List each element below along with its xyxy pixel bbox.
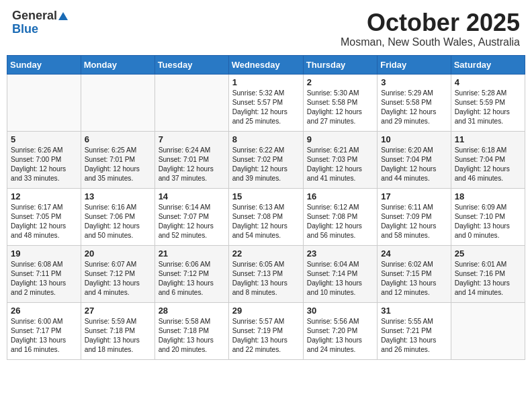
day-number: 19 bbox=[11, 248, 77, 259]
calendar-cell: 26Sunrise: 6:00 AM Sunset: 7:17 PM Dayli… bbox=[7, 302, 81, 359]
calendar-cell: 5Sunrise: 6:26 AM Sunset: 7:00 PM Daylig… bbox=[7, 131, 81, 188]
day-number: 15 bbox=[232, 191, 300, 201]
calendar-cell: 28Sunrise: 5:58 AM Sunset: 7:18 PM Dayli… bbox=[154, 302, 228, 359]
day-number: 22 bbox=[232, 248, 300, 259]
day-info: Sunrise: 6:02 AM Sunset: 7:15 PM Dayligh… bbox=[381, 260, 447, 298]
calendar-cell: 16Sunrise: 6:12 AM Sunset: 7:08 PM Dayli… bbox=[303, 188, 377, 245]
day-number: 21 bbox=[159, 248, 225, 259]
day-info: Sunrise: 6:04 AM Sunset: 7:14 PM Dayligh… bbox=[307, 260, 373, 298]
day-info: Sunrise: 6:24 AM Sunset: 7:01 PM Dayligh… bbox=[159, 146, 225, 184]
calendar-header-tuesday: Tuesday bbox=[154, 55, 228, 74]
calendar-header-thursday: Thursday bbox=[303, 55, 377, 74]
calendar-cell: 24Sunrise: 6:02 AM Sunset: 7:15 PM Dayli… bbox=[378, 245, 451, 302]
day-info: Sunrise: 6:26 AM Sunset: 7:00 PM Dayligh… bbox=[11, 146, 77, 184]
day-number: 26 bbox=[11, 306, 77, 316]
calendar-cell: 23Sunrise: 6:04 AM Sunset: 7:14 PM Dayli… bbox=[303, 245, 377, 302]
day-number: 29 bbox=[232, 306, 300, 316]
calendar-cell: 31Sunrise: 5:55 AM Sunset: 7:21 PM Dayli… bbox=[378, 302, 451, 359]
day-number: 31 bbox=[381, 306, 447, 316]
day-info: Sunrise: 6:25 AM Sunset: 7:01 PM Dayligh… bbox=[85, 146, 151, 184]
day-info: Sunrise: 6:09 AM Sunset: 7:10 PM Dayligh… bbox=[455, 203, 521, 241]
calendar-cell: 20Sunrise: 6:07 AM Sunset: 7:12 PM Dayli… bbox=[81, 245, 154, 302]
calendar-cell: 9Sunrise: 6:21 AM Sunset: 7:03 PM Daylig… bbox=[303, 131, 377, 188]
day-number: 30 bbox=[307, 306, 373, 316]
day-info: Sunrise: 5:56 AM Sunset: 7:20 PM Dayligh… bbox=[307, 317, 373, 355]
logo-general: General bbox=[12, 9, 57, 23]
day-number: 16 bbox=[307, 191, 373, 201]
calendar-cell: 14Sunrise: 6:14 AM Sunset: 7:07 PM Dayli… bbox=[154, 188, 228, 245]
calendar-cell: 2Sunrise: 5:30 AM Sunset: 5:58 PM Daylig… bbox=[303, 74, 377, 131]
day-info: Sunrise: 5:32 AM Sunset: 5:57 PM Dayligh… bbox=[232, 89, 300, 127]
day-number: 8 bbox=[232, 134, 300, 144]
day-info: Sunrise: 5:28 AM Sunset: 5:59 PM Dayligh… bbox=[455, 89, 521, 127]
calendar-header-saturday: Saturday bbox=[451, 55, 525, 74]
day-number: 7 bbox=[159, 134, 225, 144]
day-info: Sunrise: 6:06 AM Sunset: 7:12 PM Dayligh… bbox=[159, 260, 225, 298]
day-info: Sunrise: 6:13 AM Sunset: 7:08 PM Dayligh… bbox=[232, 203, 300, 241]
calendar-table: SundayMondayTuesdayWednesdayThursdayFrid… bbox=[7, 55, 525, 360]
page-header: General Blue October 2025 Mosman, New So… bbox=[7, 7, 525, 51]
day-info: Sunrise: 6:22 AM Sunset: 7:02 PM Dayligh… bbox=[232, 146, 300, 184]
calendar-cell: 4Sunrise: 5:28 AM Sunset: 5:59 PM Daylig… bbox=[451, 74, 525, 131]
calendar-cell: 30Sunrise: 5:56 AM Sunset: 7:20 PM Dayli… bbox=[303, 302, 377, 359]
day-number: 25 bbox=[455, 248, 521, 259]
day-info: Sunrise: 6:14 AM Sunset: 7:07 PM Dayligh… bbox=[159, 203, 225, 241]
day-number: 24 bbox=[381, 248, 447, 259]
calendar-header-sunday: Sunday bbox=[7, 55, 81, 74]
logo: General Blue bbox=[12, 9, 68, 36]
calendar-cell: 6Sunrise: 6:25 AM Sunset: 7:01 PM Daylig… bbox=[81, 131, 154, 188]
day-number: 5 bbox=[11, 134, 77, 144]
day-info: Sunrise: 5:57 AM Sunset: 7:19 PM Dayligh… bbox=[232, 317, 300, 355]
calendar-cell: 27Sunrise: 5:59 AM Sunset: 7:18 PM Dayli… bbox=[81, 302, 154, 359]
calendar-header-wednesday: Wednesday bbox=[228, 55, 303, 74]
logo-triangle-icon bbox=[58, 12, 68, 20]
calendar-cell: 17Sunrise: 6:11 AM Sunset: 7:09 PM Dayli… bbox=[378, 188, 451, 245]
day-number: 20 bbox=[85, 248, 151, 259]
day-info: Sunrise: 6:00 AM Sunset: 7:17 PM Dayligh… bbox=[11, 317, 77, 355]
day-number: 1 bbox=[232, 77, 300, 87]
calendar-cell: 15Sunrise: 6:13 AM Sunset: 7:08 PM Dayli… bbox=[228, 188, 303, 245]
day-number: 10 bbox=[381, 134, 447, 144]
calendar-cell: 11Sunrise: 6:18 AM Sunset: 7:04 PM Dayli… bbox=[451, 131, 525, 188]
day-number: 28 bbox=[159, 306, 225, 316]
calendar-cell: 10Sunrise: 6:20 AM Sunset: 7:04 PM Dayli… bbox=[378, 131, 451, 188]
day-number: 12 bbox=[11, 191, 77, 201]
day-number: 9 bbox=[307, 134, 373, 144]
day-info: Sunrise: 6:05 AM Sunset: 7:13 PM Dayligh… bbox=[232, 260, 300, 298]
day-number: 23 bbox=[307, 248, 373, 259]
calendar-cell: 7Sunrise: 6:24 AM Sunset: 7:01 PM Daylig… bbox=[154, 131, 228, 188]
calendar-cell: 3Sunrise: 5:29 AM Sunset: 5:58 PM Daylig… bbox=[378, 74, 451, 131]
location: Mosman, New South Wales, Australia bbox=[341, 36, 520, 48]
calendar-cell: 29Sunrise: 5:57 AM Sunset: 7:19 PM Dayli… bbox=[228, 302, 303, 359]
day-info: Sunrise: 6:18 AM Sunset: 7:04 PM Dayligh… bbox=[455, 146, 521, 184]
calendar-cell bbox=[154, 74, 228, 131]
day-number: 27 bbox=[85, 306, 151, 316]
calendar-week-row: 5Sunrise: 6:26 AM Sunset: 7:00 PM Daylig… bbox=[7, 131, 525, 188]
day-info: Sunrise: 6:12 AM Sunset: 7:08 PM Dayligh… bbox=[307, 203, 373, 241]
day-info: Sunrise: 6:20 AM Sunset: 7:04 PM Dayligh… bbox=[381, 146, 447, 184]
logo-blue: Blue bbox=[12, 23, 38, 36]
calendar-cell: 19Sunrise: 6:08 AM Sunset: 7:11 PM Dayli… bbox=[7, 245, 81, 302]
day-info: Sunrise: 5:59 AM Sunset: 7:18 PM Dayligh… bbox=[85, 317, 151, 355]
calendar-cell bbox=[451, 302, 525, 359]
calendar-cell: 8Sunrise: 6:22 AM Sunset: 7:02 PM Daylig… bbox=[228, 131, 303, 188]
calendar-week-row: 19Sunrise: 6:08 AM Sunset: 7:11 PM Dayli… bbox=[7, 245, 525, 302]
calendar-header-friday: Friday bbox=[378, 55, 451, 74]
day-number: 6 bbox=[85, 134, 151, 144]
calendar-week-row: 1Sunrise: 5:32 AM Sunset: 5:57 PM Daylig… bbox=[7, 74, 525, 131]
calendar-header-row: SundayMondayTuesdayWednesdayThursdayFrid… bbox=[7, 55, 525, 74]
day-info: Sunrise: 6:01 AM Sunset: 7:16 PM Dayligh… bbox=[455, 260, 521, 298]
day-info: Sunrise: 5:55 AM Sunset: 7:21 PM Dayligh… bbox=[381, 317, 447, 355]
day-number: 18 bbox=[455, 191, 521, 201]
day-info: Sunrise: 5:30 AM Sunset: 5:58 PM Dayligh… bbox=[307, 89, 373, 127]
day-number: 14 bbox=[159, 191, 225, 201]
day-info: Sunrise: 6:07 AM Sunset: 7:12 PM Dayligh… bbox=[85, 260, 151, 298]
day-number: 17 bbox=[381, 191, 447, 201]
day-info: Sunrise: 5:58 AM Sunset: 7:18 PM Dayligh… bbox=[159, 317, 225, 355]
calendar-cell: 1Sunrise: 5:32 AM Sunset: 5:57 PM Daylig… bbox=[228, 74, 303, 131]
day-number: 4 bbox=[455, 77, 521, 87]
day-number: 3 bbox=[381, 77, 447, 87]
calendar-week-row: 12Sunrise: 6:17 AM Sunset: 7:05 PM Dayli… bbox=[7, 188, 525, 245]
month-title: October 2025 bbox=[341, 9, 520, 36]
calendar-header-monday: Monday bbox=[81, 55, 154, 74]
